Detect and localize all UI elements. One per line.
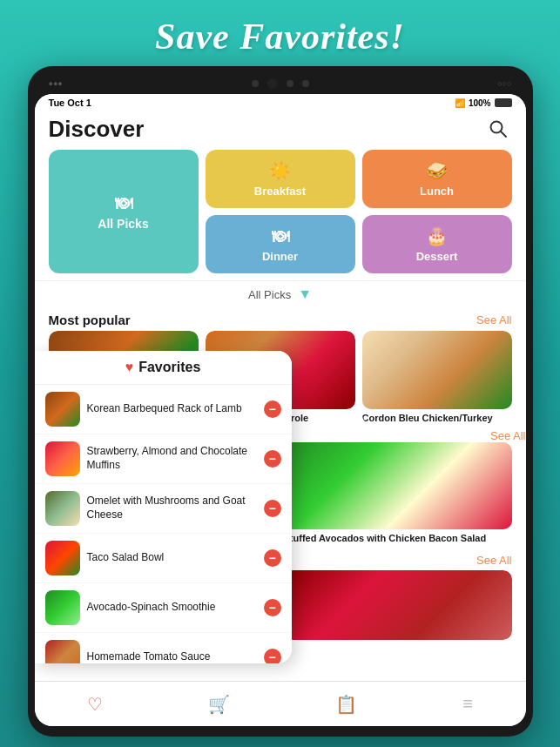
all-picks-icon: 🍽 xyxy=(115,193,132,213)
most-popular-title: Most popular xyxy=(49,313,131,327)
category-all-picks[interactable]: 🍽 All Picks xyxy=(49,150,199,273)
camera-dot-3 xyxy=(287,80,293,87)
favorites-name-2: Strawberry, Almond and Chocolate Muffins xyxy=(87,445,257,472)
screen: Tue Oct 1 📶 100% Discover xyxy=(35,94,526,726)
battery-icon xyxy=(495,98,512,107)
list-nav-icon: 📋 xyxy=(335,694,357,715)
svg-line-1 xyxy=(501,131,506,137)
recipe-card-7[interactable] xyxy=(284,570,512,640)
favorites-item-5[interactable]: Avocado-Spinach Smoothie − xyxy=(35,583,292,633)
dinner-icon: 🍽 xyxy=(272,226,289,246)
category-lunch[interactable]: 🥪 Lunch xyxy=(362,150,512,208)
favorites-thumb-6 xyxy=(45,640,80,663)
favorites-thumb-4 xyxy=(45,541,80,575)
recipe-image-5 xyxy=(284,442,512,529)
recipe-card-3[interactable]: Cordon Bleu Chicken/Turkey xyxy=(362,331,512,424)
recipe-name-5: Stuffed Avocados with Chicken Bacon Sala… xyxy=(284,529,512,544)
favorites-list: Korean Barbequed Rack of Lamb − Strawber… xyxy=(35,385,292,663)
device-frame: ●●● ○○○ Tue Oct 1 📶 100% Discover xyxy=(28,66,533,737)
breakfast-icon: ☀️ xyxy=(269,160,291,181)
nav-favorites[interactable]: ♡ xyxy=(77,690,113,718)
category-grid: 🍽 All Picks ☀️ Breakfast 🥪 Lunch 🍽 Dinne… xyxy=(35,150,526,280)
nav-list[interactable]: 📋 xyxy=(325,690,368,718)
favorites-thumb-1 xyxy=(45,392,80,427)
search-icon xyxy=(489,119,508,138)
favorites-name-3: Omelet with Mushrooms and Goat Cheese xyxy=(87,495,257,522)
filter-bar[interactable]: All Picks ▼ xyxy=(35,280,526,307)
camera-area xyxy=(252,78,309,89)
favorites-name-1: Korean Barbequed Rack of Lamb xyxy=(87,402,257,416)
camera-dot-1 xyxy=(252,80,259,87)
bottom-nav: ♡ 🛒 📋 ≡ xyxy=(35,681,526,726)
favorites-remove-3[interactable]: − xyxy=(264,500,281,517)
favorites-name-6: Homemade Tomato Sauce xyxy=(87,650,257,663)
menu-nav-icon: ≡ xyxy=(462,694,473,714)
wifi-icon: 📶 xyxy=(455,98,465,108)
favorites-panel: ♥ Favorites Korean Barbequed Rack of Lam… xyxy=(35,351,292,663)
favorites-name-4: Taco Salad Bowl xyxy=(87,551,257,565)
favorites-name-5: Avocado-Spinach Smoothie xyxy=(87,601,257,615)
status-bar: Tue Oct 1 📶 100% xyxy=(35,94,526,111)
device-status-right: ○○○ xyxy=(497,79,511,88)
camera-dot-4 xyxy=(302,80,309,87)
nav-cart[interactable]: 🛒 xyxy=(198,690,240,718)
category-breakfast[interactable]: ☀️ Breakfast xyxy=(206,150,355,208)
favorites-thumb-2 xyxy=(45,441,80,476)
favorites-remove-5[interactable]: − xyxy=(264,599,281,616)
nav-header: Discover xyxy=(35,111,526,150)
dessert-icon: 🎂 xyxy=(426,225,448,246)
favorites-remove-6[interactable]: − xyxy=(264,649,281,663)
battery-level: 100% xyxy=(469,98,491,108)
all-picks-label: All Picks xyxy=(98,217,148,231)
category-dinner[interactable]: 🍽 Dinner xyxy=(206,215,355,273)
favorites-item-6[interactable]: Homemade Tomato Sauce − xyxy=(35,633,292,663)
recipe-image-3 xyxy=(362,331,512,409)
page-title: Discover xyxy=(49,116,145,143)
favorites-item-4[interactable]: Taco Salad Bowl − xyxy=(35,534,292,583)
status-time: Tue Oct 1 xyxy=(49,98,91,108)
camera-dot-2 xyxy=(267,78,278,89)
favorites-item-1[interactable]: Korean Barbequed Rack of Lamb − xyxy=(35,385,292,434)
search-button[interactable] xyxy=(484,115,512,143)
most-popular-see-all[interactable]: See All xyxy=(476,313,511,326)
recipe-card-5[interactable]: Stuffed Avocados with Chicken Bacon Sala… xyxy=(284,442,512,544)
category-dessert[interactable]: 🎂 Dessert xyxy=(362,215,512,273)
chevron-down-icon: ▼ xyxy=(298,286,312,302)
recipe-name-3: Cordon Bleu Chicken/Turkey xyxy=(362,409,512,424)
most-popular-header: Most popular See All xyxy=(35,307,526,331)
cart-nav-icon: 🛒 xyxy=(208,694,230,715)
lunch-label: Lunch xyxy=(420,185,454,198)
favorites-thumb-5 xyxy=(45,590,80,625)
favorites-panel-title: Favorites xyxy=(138,360,200,375)
nav-menu[interactable]: ≡ xyxy=(452,690,483,717)
favorites-remove-4[interactable]: − xyxy=(264,549,281,567)
breakfast-label: Breakfast xyxy=(254,185,306,198)
favorites-remove-1[interactable]: − xyxy=(264,400,281,418)
heart-icon: ♥ xyxy=(125,360,134,375)
favorites-thumb-3 xyxy=(45,491,80,526)
save-favorites-heading: Save Favorites! xyxy=(155,0,405,66)
dessert-label: Dessert xyxy=(416,250,458,263)
device-top-bar: ●●● ○○○ xyxy=(35,73,526,94)
filter-value: All Picks xyxy=(248,288,291,301)
device-status-left: ●●● xyxy=(49,79,63,88)
lunch-icon: 🥪 xyxy=(426,160,448,181)
wifi-battery: 📶 100% xyxy=(455,98,512,108)
recipe-image-7 xyxy=(284,570,512,640)
favorites-item-2[interactable]: Strawberry, Almond and Chocolate Muffins… xyxy=(35,434,292,484)
dinner-label: Dinner xyxy=(262,250,298,263)
favorites-item-3[interactable]: Omelet with Mushrooms and Goat Cheese − xyxy=(35,484,292,534)
favorites-remove-2[interactable]: − xyxy=(264,450,281,468)
second-section-see-all[interactable]: See All xyxy=(490,429,525,442)
heart-nav-icon: ♡ xyxy=(87,694,103,715)
favorites-panel-header: ♥ Favorites xyxy=(35,351,292,385)
third-section-see-all[interactable]: See All xyxy=(476,554,511,567)
